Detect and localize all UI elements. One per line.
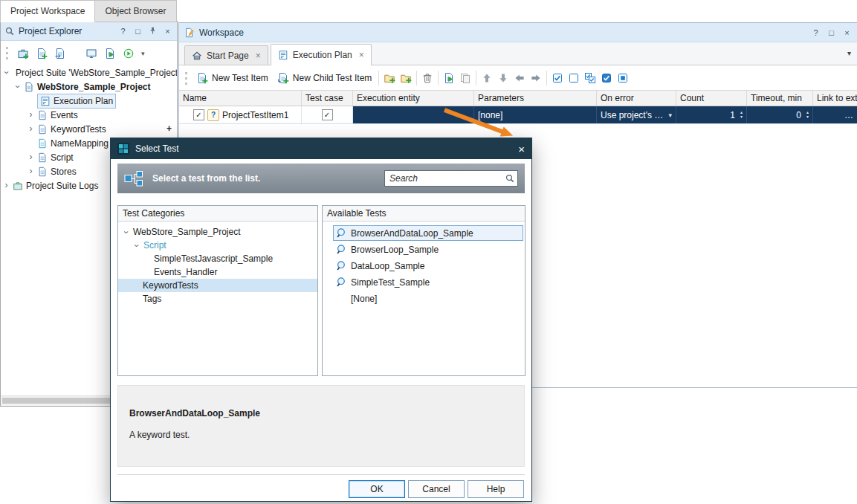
tree-item-project-suite[interactable]: › Project Suite 'WebStore_Sample_Project…	[1, 65, 177, 80]
move-up-button[interactable]	[481, 72, 493, 84]
panel-close-icon[interactable]: ×	[841, 27, 853, 39]
count-cell[interactable]: 1 ▴▾	[676, 106, 747, 123]
execution-entity-cell[interactable]: …	[353, 106, 474, 123]
move-left-button[interactable]	[514, 72, 525, 84]
browse-ellipsis-button[interactable]: …	[844, 110, 853, 120]
expander-icon[interactable]: ›	[3, 69, 10, 76]
test-simpletest-sample[interactable]: SimpleTest_Sample	[333, 274, 523, 290]
panel-float-icon[interactable]: □	[132, 25, 143, 37]
open-file-button[interactable]	[54, 48, 66, 59]
dialog-close-icon[interactable]: ×	[518, 143, 525, 155]
copy-run-button[interactable]	[459, 72, 471, 84]
column-header-parameters[interactable]: Parameters	[474, 91, 597, 106]
test-dataloop-sample[interactable]: DataLoop_Sample	[333, 258, 523, 274]
category-script[interactable]: › Script	[118, 239, 317, 252]
column-header-execution-entity[interactable]: Execution entity	[353, 91, 474, 106]
ok-button[interactable]: OK	[349, 480, 405, 498]
column-header-test-case[interactable]: Test case	[302, 91, 353, 106]
add-keyword-test-button[interactable]: +	[166, 123, 172, 134]
cancel-button[interactable]: Cancel	[408, 480, 465, 498]
uncheck-selected-button[interactable]	[617, 72, 629, 84]
test-case-checkbox[interactable]: ✓	[322, 109, 333, 120]
move-down-button[interactable]	[497, 72, 509, 84]
expander-icon[interactable]: ›	[28, 154, 34, 161]
expander-icon[interactable]: ›	[3, 182, 10, 189]
panel-help-icon[interactable]: ?	[810, 27, 821, 39]
timeout-spinner[interactable]: ▴▾	[806, 111, 809, 119]
search-input[interactable]	[385, 171, 521, 186]
category-events-handler[interactable]: Events_Handler	[118, 265, 317, 279]
column-header-link[interactable]: Link to external test case	[813, 91, 857, 106]
move-right-button[interactable]	[530, 72, 542, 84]
search-box	[384, 170, 518, 187]
column-header-name[interactable]: Name	[179, 91, 302, 106]
check-all-button[interactable]	[552, 72, 563, 84]
new-group-button[interactable]	[384, 72, 395, 84]
column-header-count[interactable]: Count	[676, 91, 747, 106]
tab-execution-plan[interactable]: Execution Plan ×	[271, 44, 372, 65]
tab-list-caret[interactable]: ▾	[847, 49, 851, 57]
add-project-button[interactable]	[36, 48, 48, 59]
count-spinner[interactable]: ▴▾	[740, 111, 743, 119]
panel-close-icon[interactable]: ×	[162, 25, 173, 37]
check-selected-button[interactable]	[601, 72, 612, 84]
panel-float-icon[interactable]: □	[826, 27, 837, 39]
selected-tree-item[interactable]: Execution Plan	[37, 94, 116, 109]
checkpoint-wizard-button[interactable]	[85, 48, 97, 59]
toolbar-grip[interactable]	[185, 72, 190, 85]
on-error-cell[interactable]: Use project's … ▾	[597, 106, 676, 123]
expander-icon[interactable]: ›	[28, 126, 34, 132]
parameters-cell[interactable]: [none]	[474, 106, 597, 123]
test-item-row[interactable]: ✓ ? ProjectTestItem1 ✓ … [none] Use proj…	[179, 106, 857, 124]
category-simpletestjavascript-sample[interactable]: SimpleTestJavascript_Sample	[118, 252, 317, 265]
category-label: Script	[143, 240, 166, 251]
record-test-button[interactable]	[123, 48, 135, 59]
add-to-group-button[interactable]	[400, 72, 412, 84]
tree-item-events[interactable]: › Events	[1, 108, 177, 122]
new-child-test-item-button[interactable]: New Child Test Item	[275, 71, 374, 85]
panel-pin-icon[interactable]	[147, 25, 158, 37]
tree-item-keywordtests[interactable]: › KeywordTests +	[1, 122, 177, 136]
new-test-item-button[interactable]: New Test Item	[194, 71, 271, 85]
tree-item-execution-plan[interactable]: Execution Plan	[1, 94, 177, 108]
scrollbar-thumb[interactable]	[2, 398, 114, 404]
column-header-timeout[interactable]: Timeout, min	[747, 91, 813, 106]
column-header-on-error[interactable]: On error	[597, 91, 676, 106]
link-cell[interactable]: …	[813, 106, 857, 123]
dialog-titlebar[interactable]: Select Test ×	[111, 138, 531, 159]
tab-start-page[interactable]: Start Page ×	[184, 45, 268, 65]
expander-icon[interactable]: ›	[14, 83, 21, 90]
expander-icon[interactable]: ›	[123, 229, 129, 236]
tab-close-icon[interactable]: ×	[256, 51, 261, 61]
panel-help-icon[interactable]: ?	[117, 25, 129, 37]
tree-item-project[interactable]: › WebStore_Sample_Project	[1, 80, 177, 94]
toolbar-grip[interactable]	[6, 47, 10, 59]
category-webstore-sample-project[interactable]: › WebStore_Sample_Project	[118, 225, 317, 239]
project-explorer-header: Project Explorer ? □ ×	[1, 22, 177, 41]
toolbar-overflow-caret[interactable]: ▾	[141, 50, 145, 57]
category-tags[interactable]: Tags	[118, 292, 317, 306]
category-keywordtests[interactable]: KeywordTests	[118, 279, 317, 292]
tab-close-icon[interactable]: ×	[359, 50, 364, 60]
tab-object-browser[interactable]: Object Browser	[95, 0, 176, 22]
test-none[interactable]: [None]	[333, 291, 523, 306]
test-browseranddataloop-sample[interactable]: BrowserAndDataLoop_Sample	[333, 225, 523, 241]
browse-ellipsis-button[interactable]: …	[461, 110, 470, 120]
help-button[interactable]: Help	[468, 480, 524, 498]
delete-button[interactable]	[421, 72, 433, 84]
name-cell[interactable]: ✓ ? ProjectTestItem1	[179, 106, 302, 123]
expander-icon[interactable]: ›	[28, 112, 34, 118]
add-project-suite-button[interactable]	[17, 48, 29, 59]
expander-icon[interactable]: ›	[28, 168, 34, 175]
dropdown-caret-icon[interactable]: ▾	[668, 112, 672, 119]
uncheck-all-button[interactable]	[568, 72, 580, 84]
timeout-cell[interactable]: 0 ▴▾	[747, 106, 813, 123]
expander-icon[interactable]: ›	[133, 242, 140, 249]
run-test-button[interactable]	[104, 48, 116, 59]
run-selected-button[interactable]	[443, 72, 455, 84]
tab-project-workspace[interactable]: Project Workspace	[0, 0, 95, 22]
check-children-button[interactable]	[584, 72, 596, 84]
test-browserloop-sample[interactable]: BrowserLoop_Sample	[333, 242, 523, 257]
test-case-cell[interactable]: ✓	[302, 106, 353, 123]
enabled-checkbox[interactable]: ✓	[193, 109, 204, 120]
